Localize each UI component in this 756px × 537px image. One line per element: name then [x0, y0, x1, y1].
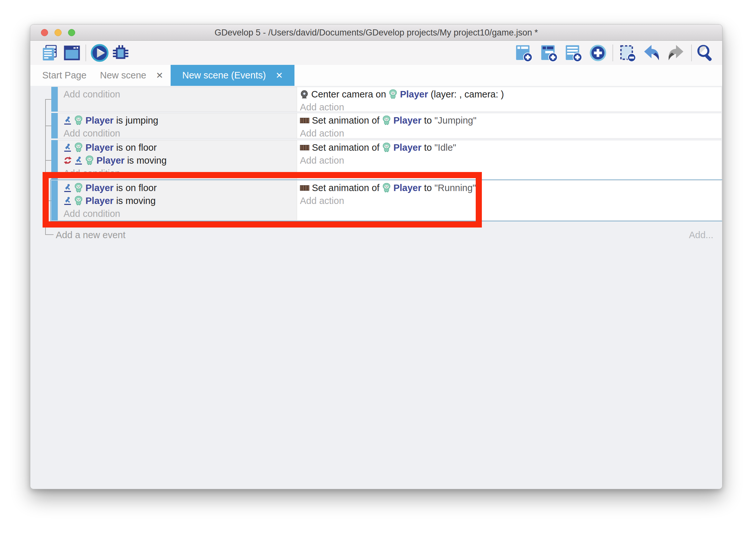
add-subevent-button[interactable] [540, 44, 558, 62]
event-row[interactable]: Player is jumpingAdd conditionSet animat… [51, 113, 722, 139]
tab-label: New scene [100, 70, 146, 81]
tree-guide-stub [45, 200, 51, 201]
add-circle-icon [588, 44, 607, 62]
text-segment: Player [86, 142, 114, 153]
add-subevent-icon [540, 44, 558, 62]
text-segment: Set animation of [312, 183, 382, 193]
tab-new-scene-events[interactable]: New scene (Events)✕ [170, 65, 294, 86]
text-segment: Player [86, 115, 114, 126]
conditions-cell[interactable]: Player is jumpingAdd condition [58, 113, 297, 139]
tree-guide-stub [45, 126, 51, 126]
action-line[interactable]: Set animation of Player to "Idle" [300, 141, 722, 154]
debug-icon [112, 44, 130, 62]
add-action-button[interactable]: Add action [300, 154, 722, 167]
player-object-icon [382, 143, 391, 152]
event-drag-handle[interactable] [51, 140, 58, 180]
add-condition-button[interactable]: Add condition [63, 207, 297, 220]
action-line[interactable]: Set animation of Player to "Running" [300, 181, 722, 194]
add-event-icon [514, 44, 533, 62]
play-icon [90, 44, 109, 62]
condition-line[interactable]: Player is jumping [63, 114, 297, 127]
event-drag-handle[interactable] [51, 113, 58, 139]
actions-cell[interactable]: Center camera on Player (layer: , camera… [297, 87, 722, 112]
add-more-button[interactable]: Add... [689, 228, 713, 241]
window-title: GDevelop 5 - /Users/david/Documents/GDev… [30, 24, 722, 41]
animation-icon [300, 145, 309, 150]
project-manager-button[interactable] [40, 44, 59, 62]
text-segment: Player [394, 115, 422, 126]
toolbar [30, 41, 722, 65]
tree-guide-stub [45, 99, 51, 100]
tab-label: Start Page [42, 70, 87, 81]
action-line[interactable]: Center camera on Player (layer: , camera… [300, 88, 722, 101]
text-segment: is on floor [114, 183, 157, 193]
text-segment: to [422, 142, 435, 153]
play-button[interactable] [90, 44, 109, 62]
tab-start-page[interactable]: Start Page [33, 65, 96, 86]
add-comment-button[interactable] [564, 44, 583, 62]
add-new-event-button[interactable]: Add a new event [56, 228, 126, 241]
add-condition-button[interactable]: Add condition [63, 127, 297, 139]
condition-line[interactable]: Player is moving [63, 154, 297, 167]
add-event-button[interactable] [514, 44, 533, 62]
add-condition-button[interactable]: Add condition [63, 167, 297, 180]
delete-event-button[interactable] [618, 44, 637, 62]
platformer-behavior-icon [74, 156, 83, 165]
player-object-icon [74, 115, 83, 125]
text-segment: (layer: , camera: ) [428, 89, 504, 100]
add-circle-button[interactable] [588, 44, 607, 62]
toolbar-separator [613, 45, 613, 61]
event-drag-handle[interactable] [51, 87, 58, 112]
event-row[interactable]: Player is on floorPlayer is movingAdd co… [51, 181, 722, 221]
tab-bar: Start PageNew scene✕New scene (Events)✕ [30, 65, 722, 86]
search-button[interactable] [696, 44, 714, 62]
add-action-button[interactable]: Add action [300, 101, 722, 112]
action-line[interactable]: Set animation of Player to "Jumping" [300, 114, 722, 127]
platformer-behavior-icon [63, 184, 72, 192]
text-segment: Player [394, 142, 422, 153]
condition-line[interactable]: Player is on floor [63, 181, 297, 194]
animation-icon [300, 185, 309, 191]
text-segment: is jumping [114, 115, 158, 126]
toolbar-separator [691, 45, 692, 61]
condition-line[interactable]: Player is on floor [63, 141, 297, 154]
tab-label: New scene (Events) [182, 70, 266, 81]
condition-line[interactable]: Player is moving [63, 194, 297, 207]
player-object-icon [85, 155, 94, 165]
player-object-icon [74, 183, 83, 193]
text-segment: Set animation of [312, 142, 382, 153]
undo-button[interactable] [642, 44, 661, 62]
scene-editor-button[interactable] [62, 44, 81, 62]
add-comment-icon [564, 44, 583, 62]
tree-guide-corner [45, 226, 54, 235]
debug-button[interactable] [111, 44, 130, 62]
text-segment: Player [394, 183, 422, 193]
event-row[interactable]: Player is on floorPlayer is movingAdd co… [51, 140, 722, 180]
events-sheet: Add conditionCenter camera on Player (la… [30, 86, 722, 489]
redo-button[interactable] [667, 44, 685, 62]
text-segment: Player [86, 183, 114, 193]
actions-cell[interactable]: Set animation of Player to "Idle"Add act… [297, 140, 722, 180]
text-segment: Player [400, 89, 428, 100]
add-action-button[interactable]: Add action [300, 194, 722, 207]
add-action-button[interactable]: Add action [300, 127, 722, 139]
undo-icon [642, 44, 661, 62]
gdevelop-window: GDevelop 5 - /Users/david/Documents/GDev… [30, 24, 722, 489]
tab-close-icon[interactable]: ✕ [156, 70, 163, 81]
conditions-cell[interactable]: Player is on floorPlayer is movingAdd co… [58, 140, 297, 180]
conditions-cell[interactable]: Add condition [58, 87, 297, 112]
platformer-behavior-icon [63, 116, 72, 125]
project-manager-icon [41, 44, 58, 62]
conditions-cell[interactable]: Player is on floorPlayer is movingAdd co… [58, 181, 297, 221]
player-object-icon [382, 183, 391, 193]
tab-new-scene[interactable]: New scene✕ [90, 65, 173, 86]
event-drag-handle[interactable] [51, 181, 58, 221]
text-segment: "Idle" [435, 142, 456, 153]
camera-icon [300, 90, 309, 99]
actions-cell[interactable]: Set animation of Player to "Running"Add … [297, 181, 722, 221]
tab-close-icon[interactable]: ✕ [276, 70, 283, 81]
add-condition-button[interactable]: Add condition [63, 88, 297, 101]
animation-icon [300, 118, 309, 123]
actions-cell[interactable]: Set animation of Player to "Jumping"Add … [297, 113, 722, 139]
event-row[interactable]: Add conditionCenter camera on Player (la… [51, 87, 722, 112]
